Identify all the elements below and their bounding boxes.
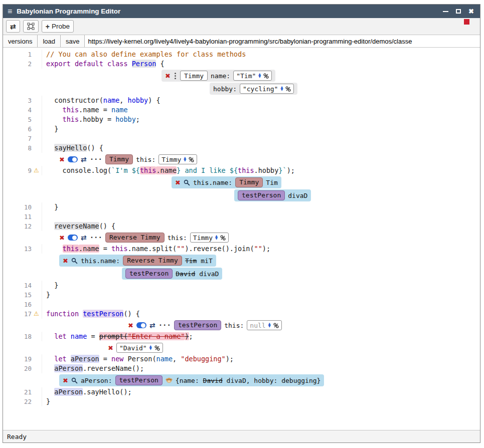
code-token: ${ <box>230 166 238 174</box>
add-probe-button[interactable]: + Probe <box>42 20 74 33</box>
example-badge[interactable]: testPerson <box>174 320 221 330</box>
toggle-switch[interactable] <box>68 156 78 162</box>
versions-button[interactable]: versions <box>3 35 38 47</box>
gutter: 6 <box>3 124 42 134</box>
example-badge[interactable]: testPerson <box>115 375 163 385</box>
code-token: .name <box>79 245 99 253</box>
example-badge[interactable]: Timmy <box>235 177 263 187</box>
spinner-control[interactable]: ▲▼ <box>215 235 218 241</box>
nav-bar: versions load save https://lively-kernel… <box>3 35 480 48</box>
code-line: console.log(`I'm ${this.name} and I like… <box>42 166 295 175</box>
this-label: this: <box>168 234 187 242</box>
more-options-button[interactable]: ··· <box>90 156 102 163</box>
code-token: ) { <box>148 96 160 104</box>
warning-icon: ⚠ <box>32 309 42 319</box>
code-line: aPerson.reverseName(); <box>42 364 144 373</box>
value-input[interactable]: "cycling"▲▼ <box>240 84 294 94</box>
code-token <box>67 332 71 340</box>
example-badge[interactable]: testPerson <box>125 269 173 279</box>
code-row: 10 } <box>3 202 480 212</box>
code-row: 17⚠function testPerson() { <box>3 309 480 319</box>
swap-tool-button[interactable]: ⇄ <box>6 20 20 33</box>
example-def-widget: ✖Timmyname:"Tim"▲▼hobby:"cycling"▲▼ <box>42 69 480 96</box>
code-line: this.name = this.name.split("").reverse(… <box>42 244 270 254</box>
more-options-button[interactable]: ··· <box>90 234 102 241</box>
code-token: "Enter a name" <box>128 332 185 340</box>
spinner-control[interactable]: ▲▼ <box>149 345 152 351</box>
maximize-button[interactable] <box>456 9 461 14</box>
more-options-button[interactable]: ··· <box>158 322 171 329</box>
link-icon[interactable] <box>220 235 226 241</box>
widget-row: ✖⇄···testPersonthis:null▲▼ <box>3 319 480 332</box>
toggle-switch[interactable] <box>136 322 146 328</box>
gutter: 4 <box>3 105 42 115</box>
link-icon[interactable] <box>285 86 291 92</box>
swap-example-icon[interactable]: ⇄ <box>81 156 87 163</box>
value-input[interactable]: null▲▼ <box>247 320 281 330</box>
code-line: } <box>42 290 50 300</box>
spinner-control[interactable]: ▲▼ <box>258 73 261 79</box>
value-input[interactable]: "Tim"▲▼ <box>233 71 272 81</box>
remove-button[interactable]: ✖ <box>63 377 68 384</box>
link-icon[interactable] <box>154 345 160 351</box>
example-badge[interactable]: testPerson <box>238 190 285 200</box>
example-badge[interactable]: Reverse Timmy <box>123 256 182 266</box>
code-token: } <box>46 281 58 289</box>
gutter: 21 <box>3 387 42 397</box>
line-number: 20 <box>24 364 32 373</box>
code-token: , <box>173 355 181 363</box>
menu-icon[interactable]: ≡ <box>8 7 12 16</box>
code-line: let aPerson = new Person(name, "debuggin… <box>42 354 234 364</box>
code-row: 20 aPerson.reverseName(); <box>3 364 480 373</box>
example-name-input[interactable]: Timmy <box>180 71 208 81</box>
remove-button[interactable]: ✖ <box>59 156 65 163</box>
value-input[interactable]: Timmy▲▼ <box>190 233 229 243</box>
warning-icon: ⚠ <box>32 166 42 175</box>
code-token: "debugging" <box>181 355 225 363</box>
close-button[interactable]: ✖ <box>468 8 474 15</box>
code-token: function <box>46 310 83 318</box>
save-button[interactable]: save <box>61 35 85 47</box>
remove-button[interactable]: ✖ <box>59 235 65 241</box>
link-icon[interactable] <box>273 323 279 328</box>
example-badge[interactable]: Reverse Timmy <box>105 233 165 243</box>
spinner-control[interactable]: ▲▼ <box>184 157 186 162</box>
code-line: reverseName() { <box>42 221 115 231</box>
code-token: } <box>46 125 58 133</box>
select-region-button[interactable] <box>23 20 39 33</box>
example-badge[interactable]: Timmy <box>105 154 133 164</box>
widget-row: ✖Timmyname:"Tim"▲▼hobby:"cycling"▲▼ <box>3 69 480 96</box>
swap-example-icon[interactable]: ⇄ <box>81 234 87 241</box>
swap-example-icon[interactable]: ⇄ <box>149 322 155 329</box>
link-icon[interactable] <box>263 73 269 79</box>
toggle-switch[interactable] <box>68 235 78 241</box>
value-input[interactable]: Timmy▲▼ <box>158 154 197 164</box>
link-icon[interactable] <box>189 157 194 162</box>
code-line: function testPerson() { <box>42 309 140 319</box>
remove-button[interactable]: ✖ <box>175 179 181 186</box>
remove-button[interactable]: ✖ <box>128 322 133 329</box>
load-button[interactable]: load <box>38 35 61 47</box>
code-line: export default class Person { <box>42 59 165 69</box>
remove-button[interactable]: ✖ <box>165 73 171 79</box>
drag-handle[interactable] <box>175 75 176 77</box>
url-field[interactable]: https://lively-kernel.org/lively4/lively… <box>85 35 480 47</box>
spinner-control[interactable]: ▲▼ <box>280 86 283 92</box>
remove-button[interactable]: ✖ <box>63 258 68 264</box>
probe-expression-label: aPerson: <box>81 377 112 384</box>
code-token <box>46 388 54 396</box>
code-row: 21 aPerson.sayHello(); <box>3 387 480 397</box>
minimize-button[interactable] <box>443 11 448 12</box>
spinner-control[interactable]: ▲▼ <box>268 323 271 328</box>
code-token: } <box>46 397 50 405</box>
add-probe-label: Probe <box>52 23 70 30</box>
line-number: 6 <box>28 124 32 134</box>
value-input[interactable]: "David"▲▼ <box>116 343 163 353</box>
remove-button[interactable]: ✖ <box>108 345 113 351</box>
editor[interactable]: 1// You can also define examples for cla… <box>3 48 480 430</box>
code-token: ${ <box>132 166 140 174</box>
line-number: 10 <box>24 202 32 212</box>
gutter: 13 <box>3 244 42 254</box>
line-number: 14 <box>24 281 32 290</box>
code-token: ); <box>226 355 234 363</box>
